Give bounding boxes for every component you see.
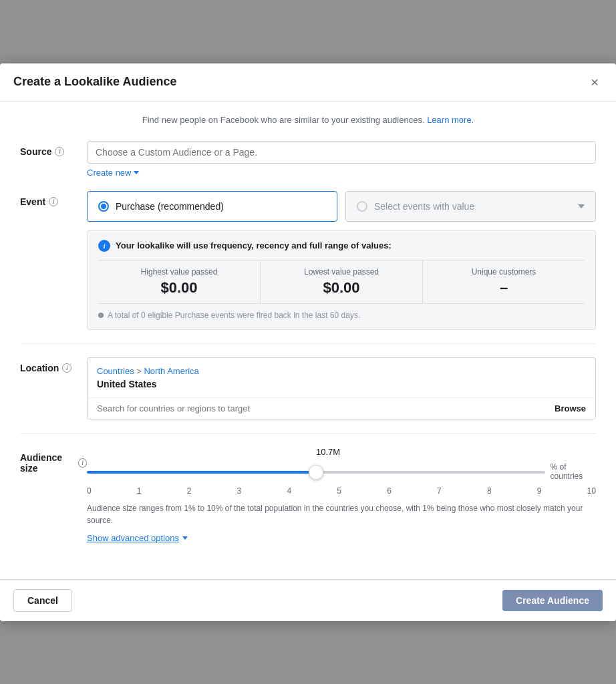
- location-label: Location i: [20, 357, 87, 373]
- intro-text: Find new people on Facebook who are simi…: [20, 115, 596, 125]
- breadcrumb-north-america[interactable]: North America: [144, 366, 198, 376]
- source-input[interactable]: [87, 141, 596, 164]
- event-content: Purchase (recommended) Select events wit…: [87, 191, 596, 330]
- radio-purchase: [98, 201, 109, 212]
- info-box-header: i Your lookalike will use frequency, rec…: [98, 240, 585, 252]
- lookalike-info-box: i Your lookalike will use frequency, rec…: [87, 230, 596, 330]
- show-advanced-link[interactable]: Show advanced options: [87, 533, 188, 543]
- event-row: Event i Purchase (recommended): [20, 191, 596, 330]
- location-breadcrumb: Countries > North America: [97, 366, 586, 376]
- location-row: Location i Countries > North America Uni…: [20, 357, 596, 419]
- event-options: Purchase (recommended) Select events wit…: [87, 191, 596, 222]
- stat-unique-value: –: [431, 279, 577, 297]
- location-country: United States: [97, 379, 586, 389]
- stat-lowest-label: Lowest value passed: [269, 267, 414, 277]
- event-option-purchase[interactable]: Purchase (recommended): [87, 191, 337, 222]
- create-audience-button[interactable]: Create Audience: [502, 590, 603, 611]
- breadcrumb-countries[interactable]: Countries: [97, 366, 134, 376]
- location-content: Countries > North America United States …: [87, 357, 596, 419]
- event-option-select-value[interactable]: Select events with value: [345, 191, 596, 222]
- info-note: A total of 0 eligible Purchase events we…: [98, 311, 585, 320]
- stat-cell-unique: Unique customers –: [423, 261, 585, 303]
- create-new-link[interactable]: Create new: [87, 168, 139, 178]
- event-info-icon[interactable]: i: [49, 197, 58, 206]
- stat-lowest-value: $0.00: [269, 279, 414, 297]
- modal-body: Find new people on Facebook who are simi…: [0, 102, 616, 572]
- create-new-arrow-icon: [134, 171, 139, 174]
- stat-unique-label: Unique customers: [431, 267, 577, 277]
- location-selected: Countries > North America United States: [88, 358, 595, 398]
- intro-description: Find new people on Facebook who are simi…: [142, 115, 425, 125]
- audience-size-slider[interactable]: [87, 471, 545, 474]
- location-search-input[interactable]: [97, 403, 555, 413]
- stats-row: Highest value passed $0.00 Lowest value …: [98, 260, 585, 304]
- audience-size-row: Audience size i 10.7M % of countries 0 1: [20, 447, 596, 543]
- stat-cell-lowest: Lowest value passed $0.00: [261, 261, 423, 303]
- radio-select-value: [357, 201, 367, 212]
- audience-size-info-icon[interactable]: i: [78, 458, 87, 468]
- select-events-label: Select events with value: [374, 201, 474, 212]
- slider-pct-label: % of countries: [551, 462, 596, 482]
- close-button[interactable]: ×: [587, 74, 603, 90]
- create-lookalike-modal: Create a Lookalike Audience × Find new p…: [0, 63, 616, 621]
- info-icon-blue: i: [98, 240, 110, 252]
- location-search-row: Browse: [88, 398, 595, 419]
- slider-container: 10.7M % of countries 0 1 2 3 4 5 6: [87, 447, 596, 496]
- select-events-dropdown: Select events with value: [374, 201, 585, 212]
- stat-highest-label: Highest value passed: [106, 267, 252, 277]
- audience-size-content: 10.7M % of countries 0 1 2 3 4 5 6: [87, 447, 596, 543]
- select-events-arrow-icon: [578, 204, 585, 208]
- modal-title: Create a Lookalike Audience: [13, 75, 176, 89]
- stat-cell-highest: Highest value passed $0.00: [98, 261, 261, 303]
- source-row: Source i Create new: [20, 141, 596, 178]
- modal-footer: Cancel Create Audience: [0, 579, 616, 621]
- modal-overlay: Create a Lookalike Audience × Find new p…: [0, 0, 616, 684]
- cancel-button[interactable]: Cancel: [13, 589, 72, 612]
- stat-highest-value: $0.00: [106, 279, 252, 297]
- learn-more-link[interactable]: Learn more.: [427, 115, 474, 125]
- divider: [20, 343, 596, 344]
- location-box: Countries > North America United States …: [87, 357, 596, 419]
- event-purchase-label: Purchase (recommended): [116, 201, 224, 212]
- location-info-icon[interactable]: i: [62, 363, 71, 373]
- audience-note: Audience size ranges from 1% to 10% of t…: [87, 502, 596, 526]
- source-info-icon[interactable]: i: [55, 147, 64, 156]
- modal-header: Create a Lookalike Audience ×: [0, 63, 616, 102]
- browse-button[interactable]: Browse: [555, 403, 586, 413]
- event-label: Event i: [20, 191, 87, 207]
- source-label: Source i: [20, 141, 87, 157]
- source-content: Create new: [87, 141, 596, 178]
- slider-row: % of countries: [87, 462, 596, 482]
- divider2: [20, 433, 596, 434]
- show-advanced-arrow-icon: [182, 536, 188, 540]
- gray-dot-icon: [98, 313, 104, 318]
- slider-ticks: 0 1 2 3 4 5 6 7 8 9 10: [87, 486, 596, 496]
- slider-value-label: 10.7M: [60, 447, 596, 457]
